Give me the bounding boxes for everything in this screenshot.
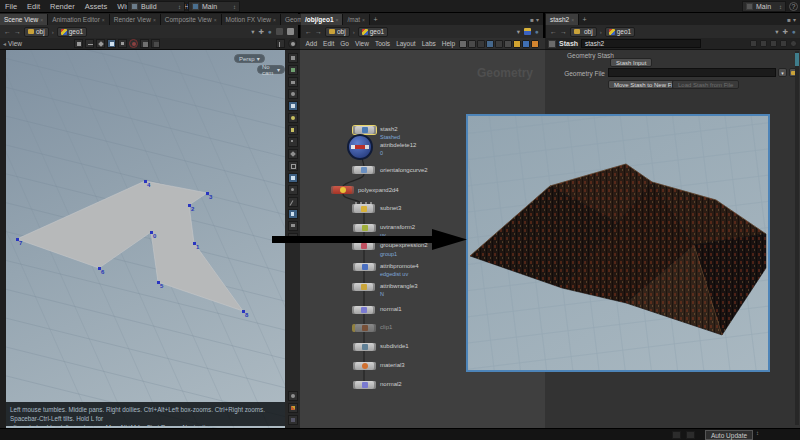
recook-icon[interactable] [686, 431, 695, 439]
node-orientalongcurve2[interactable] [352, 166, 375, 174]
points-display-icon[interactable] [288, 137, 298, 147]
menu-labs[interactable]: Labs [419, 40, 438, 47]
close-icon[interactable]: × [40, 17, 43, 23]
help-icon[interactable] [790, 40, 797, 47]
list-view-icon[interactable] [504, 40, 512, 48]
breadcrumb-geo1[interactable]: geo1 [605, 27, 635, 37]
vertex-point[interactable]: 2 [188, 204, 191, 207]
display-option-icon[interactable] [288, 53, 298, 63]
tab-obj-geo1[interactable]: /obj/geo1× [301, 14, 343, 25]
tab-motion-fx-view[interactable]: Motion FX View× [222, 14, 281, 25]
color-palette-icon[interactable] [288, 403, 298, 413]
wireframe-icon[interactable] [288, 161, 298, 171]
node-subnet3[interactable] [352, 204, 375, 213]
projection-selector[interactable]: Persp▾ [234, 54, 265, 63]
close-icon[interactable]: × [102, 17, 105, 23]
maximize-icon[interactable] [287, 28, 294, 35]
gear-icon[interactable] [750, 40, 757, 47]
breadcrumb-geo1[interactable]: geo1 [358, 27, 388, 37]
translate-tool-icon[interactable] [85, 39, 94, 48]
menu-help[interactable]: Help [439, 40, 457, 47]
info-icon[interactable] [780, 40, 787, 47]
menu-edit[interactable]: Edit [321, 40, 337, 47]
uv-view-icon[interactable] [288, 209, 298, 219]
node-normal2[interactable] [353, 381, 376, 389]
menu-file[interactable]: File [0, 2, 22, 11]
stash-input-button[interactable]: Stash Input [610, 58, 652, 67]
display-mode-icon[interactable] [477, 40, 485, 48]
snap-mode-icon[interactable] [107, 39, 116, 48]
asset-icon[interactable] [531, 40, 539, 48]
close-icon[interactable]: × [214, 17, 217, 23]
tab-stash2[interactable]: stash2× [546, 14, 579, 25]
save-preset-icon[interactable] [760, 40, 767, 47]
menu-assets[interactable]: Assets [80, 2, 113, 11]
display-option-icon[interactable] [288, 65, 298, 75]
snapshot-view-icon[interactable] [288, 415, 298, 425]
select-tool-icon[interactable] [74, 39, 83, 48]
forward-icon[interactable]: → [315, 28, 322, 35]
gallery-icon[interactable] [522, 40, 530, 48]
node-normal1[interactable] [352, 306, 375, 314]
node-attribdelete12[interactable] [347, 134, 373, 160]
node-name-field[interactable]: stash2 [581, 39, 701, 48]
breadcrumb-geo1[interactable]: geo1 [57, 27, 87, 37]
new-tab-button[interactable]: + [579, 14, 590, 25]
node-clip1[interactable] [353, 324, 376, 332]
tab-scene-view[interactable]: Scene View× [0, 14, 48, 25]
vertex-point[interactable]: 4 [144, 180, 147, 183]
tab-render-view[interactable]: Render View× [110, 14, 161, 25]
tab-mat[interactable]: /mat× [343, 14, 370, 25]
vertex-point[interactable]: 0 [150, 231, 153, 234]
pen-icon[interactable] [288, 197, 298, 207]
path-dropdown-icon[interactable]: ▾ [517, 28, 520, 36]
tab-animation-editor[interactable]: Animation Editor× [48, 14, 110, 25]
vertex-point[interactable]: 5 [157, 281, 160, 284]
close-icon[interactable]: × [571, 17, 574, 23]
close-icon[interactable]: × [153, 17, 156, 23]
pane-menu-button[interactable]: ■ ▾ [526, 14, 543, 25]
pin-icon[interactable]: ✚ [259, 28, 264, 36]
grid-toggle-icon[interactable] [288, 173, 298, 183]
back-icon[interactable]: ← [550, 28, 557, 35]
view-mode-icon[interactable] [140, 39, 149, 48]
globe-icon[interactable]: ● [792, 28, 796, 35]
light2-icon[interactable] [288, 125, 298, 135]
tab-composite-view[interactable]: Composite View× [161, 14, 222, 25]
load-stash-button[interactable]: Load Stash from File [672, 80, 739, 89]
menu-add[interactable]: Add [303, 40, 320, 47]
pane-layout-selector[interactable]: Main ↕ [188, 1, 240, 12]
vertex-point[interactable]: 8 [242, 310, 245, 313]
menu-view[interactable]: View [352, 40, 371, 47]
vertex-point[interactable]: 7 [16, 238, 19, 241]
node-subdivide1[interactable] [353, 343, 376, 351]
snapshot-icon[interactable] [276, 28, 283, 35]
close-icon[interactable]: × [362, 17, 365, 23]
color-view-icon[interactable] [486, 40, 494, 48]
node-attribwrangle3[interactable] [352, 283, 375, 291]
shade-mode-icon[interactable] [151, 39, 160, 48]
geometry-file-input[interactable] [608, 68, 776, 77]
new-tab-button[interactable]: + [370, 14, 381, 25]
node-attribpromote4[interactable] [353, 263, 376, 271]
path-dropdown-icon[interactable]: ▾ [251, 28, 254, 36]
viewport-canvas[interactable]: 0 1 2 3 4 5 6 7 8 Persp▾ No cam▾ Left mo… [6, 50, 285, 428]
render-ring-icon[interactable] [129, 39, 138, 48]
menu-tools[interactable]: Tools [372, 40, 392, 47]
wrench-icon[interactable] [459, 40, 467, 48]
lock-icon[interactable] [288, 77, 298, 87]
breadcrumb-obj[interactable]: obj [24, 27, 49, 37]
desktop-selector[interactable]: Build ↕ [127, 1, 185, 12]
close-icon[interactable]: × [273, 17, 276, 23]
menu-layout[interactable]: Layout [394, 40, 419, 47]
node-material3[interactable] [353, 362, 376, 370]
globe-icon[interactable]: ● [268, 28, 272, 35]
globe-icon[interactable]: ● [535, 28, 539, 35]
node-stash2[interactable] [353, 126, 376, 134]
message-log-icon[interactable] [672, 431, 681, 439]
breadcrumb-obj[interactable]: obj [325, 27, 350, 37]
update-mode-selector[interactable]: Auto Update [705, 430, 753, 440]
close-icon[interactable]: × [336, 17, 339, 23]
flag-icon[interactable] [524, 28, 531, 35]
forward-icon[interactable]: → [560, 28, 567, 35]
